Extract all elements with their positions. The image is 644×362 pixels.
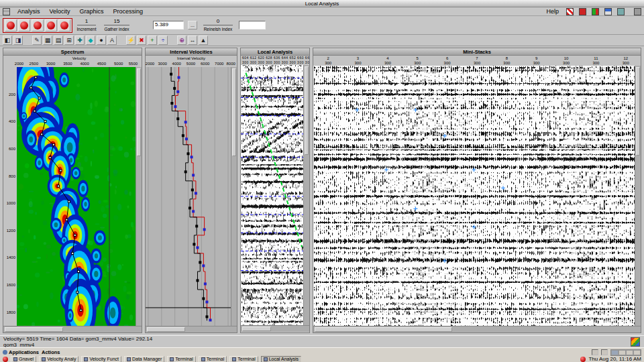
menu-velocity[interactable]: Velocity bbox=[48, 8, 72, 15]
teal-app-icon[interactable] bbox=[617, 8, 625, 15]
applications-menu[interactable]: Applications bbox=[3, 349, 39, 355]
red-action-button-3[interactable] bbox=[32, 19, 44, 32]
window-tool-icon[interactable]: ⊞ bbox=[64, 36, 74, 45]
x-tick: 3000 bbox=[46, 62, 55, 66]
palette-tool-icon[interactable]: ◆ bbox=[86, 36, 95, 45]
scrollbar-thumb[interactable] bbox=[232, 68, 236, 156]
task-button-velocity-funct[interactable]: Velocity Funct bbox=[81, 356, 121, 362]
gather-index-slider[interactable] bbox=[104, 24, 129, 25]
x-tick: 3000 bbox=[158, 62, 167, 66]
reinelsh-index-slider[interactable] bbox=[203, 24, 233, 25]
red-action-button-4[interactable] bbox=[45, 19, 57, 32]
aux-input[interactable] bbox=[239, 21, 266, 29]
task-button-data-manager[interactable]: Data Manager bbox=[124, 356, 164, 362]
panel-red-icon[interactable] bbox=[3, 357, 8, 362]
cross-tool-icon[interactable]: ✚ bbox=[75, 36, 85, 45]
x-tick: 5000 bbox=[186, 62, 195, 66]
workspace-1[interactable] bbox=[611, 350, 619, 355]
shade-tool-icon[interactable]: ◨ bbox=[13, 36, 23, 45]
target-tool-icon[interactable]: ⊕ bbox=[177, 36, 186, 45]
task-button-velocity-analy[interactable]: Velocity Analy bbox=[39, 356, 78, 362]
x-tick: 2000 bbox=[15, 62, 23, 66]
ministacks-plot[interactable] bbox=[313, 66, 635, 326]
task-button-terminal-3[interactable]: Terminal bbox=[229, 356, 258, 362]
scrollbar-thumb[interactable] bbox=[315, 327, 452, 332]
local-body bbox=[241, 65, 309, 325]
workspace-4[interactable] bbox=[633, 350, 641, 355]
interval-velocity-plot[interactable] bbox=[146, 67, 231, 326]
layers-tool-icon[interactable]: ▤ bbox=[54, 36, 63, 45]
increment-slider[interactable] bbox=[77, 24, 96, 25]
local-horizontal-scrollbar[interactable] bbox=[241, 325, 309, 332]
local-trace-header-row2: 300 300 300 300 300 300 300 300 300 300 … bbox=[241, 60, 309, 65]
spectrum-vertical-scrollbar[interactable] bbox=[136, 67, 142, 326]
task-button-gnavel[interactable]: Gnavel bbox=[11, 356, 36, 362]
reinelsh-index-label: Reinelsh index bbox=[201, 27, 235, 32]
interval-horizontal-scrollbar[interactable] bbox=[146, 326, 237, 333]
spectrum-plot[interactable] bbox=[17, 67, 136, 326]
add-tool-icon[interactable]: + bbox=[148, 36, 157, 45]
contrast-tool-icon[interactable]: ◧ bbox=[3, 36, 12, 45]
x-tick: 2500 bbox=[30, 62, 38, 66]
scrollbar-thumb[interactable] bbox=[305, 66, 309, 155]
red-app-icon[interactable] bbox=[579, 8, 586, 15]
local-vertical-scrollbar[interactable] bbox=[303, 65, 309, 325]
blue-white-icon[interactable] bbox=[604, 8, 612, 15]
pick-tool-icon[interactable]: ▲ bbox=[199, 36, 208, 45]
tray-icon-1[interactable] bbox=[592, 349, 598, 355]
scrollbar-thumb[interactable] bbox=[147, 327, 185, 332]
scrollbar-thumb[interactable] bbox=[137, 68, 141, 156]
clock[interactable]: Thu Aug 20, 11:16 AM bbox=[588, 356, 641, 362]
window-menu-icon[interactable] bbox=[3, 8, 10, 15]
tray-icon-2[interactable] bbox=[601, 349, 608, 355]
y-tick: 1400 bbox=[7, 255, 15, 259]
increment-field[interactable]: 1 Increment bbox=[75, 18, 98, 32]
value-input[interactable]: 5.389 bbox=[153, 21, 184, 29]
menu-analysis[interactable]: Analysis bbox=[15, 8, 42, 15]
red-action-button-1[interactable] bbox=[5, 19, 17, 32]
y-tick: 1000 bbox=[7, 201, 15, 205]
stack-column-header: 8300 bbox=[492, 56, 521, 66]
gather-index-field[interactable]: 15 Gather index bbox=[102, 18, 131, 32]
workspace-pager[interactable] bbox=[610, 349, 641, 356]
local-seismic-plot[interactable] bbox=[241, 65, 303, 325]
local-panel-title: Local Analysis bbox=[241, 48, 309, 56]
x-tick: 4000 bbox=[80, 62, 89, 66]
red-action-button-2[interactable] bbox=[18, 19, 30, 32]
green-red-icon[interactable] bbox=[592, 8, 599, 15]
interval-vertical-scrollbar[interactable] bbox=[231, 67, 237, 326]
text-tool-icon[interactable]: A bbox=[107, 36, 117, 45]
ministacks-horizontal-scrollbar[interactable] bbox=[313, 326, 641, 333]
menu-help[interactable]: Help bbox=[544, 8, 561, 15]
workspace-3[interactable] bbox=[626, 350, 633, 355]
y-tick: 1800 bbox=[7, 310, 15, 314]
browse-button[interactable]: ... bbox=[188, 21, 197, 29]
dot-tool-icon[interactable]: ● bbox=[97, 36, 106, 45]
red-action-button-5[interactable] bbox=[58, 19, 70, 32]
scrollbar-thumb[interactable] bbox=[242, 326, 271, 331]
window-titlebar[interactable]: Local Analysis bbox=[0, 0, 644, 7]
spectrum-time-axis: 200 400 600 800 1000 1200 1400 1600 1800 bbox=[3, 67, 17, 326]
pan-tool-icon[interactable]: ↔ bbox=[188, 36, 197, 45]
menu-graphics[interactable]: Graphics bbox=[78, 8, 106, 15]
x-tick: 6000 bbox=[201, 62, 209, 66]
actions-menu[interactable]: Actions bbox=[42, 349, 60, 355]
task-button-terminal-1[interactable]: Terminal bbox=[167, 356, 195, 362]
edit-tool-icon[interactable]: ✎ bbox=[32, 36, 42, 45]
grid-tool-icon[interactable]: ▦ bbox=[43, 36, 52, 45]
statusbar: Velocity= 5519 Time= 1604 Data= gom3_mmv… bbox=[0, 335, 644, 347]
task-button-terminal-2[interactable]: Terminal bbox=[199, 356, 227, 362]
scrollbar-thumb[interactable] bbox=[636, 67, 640, 156]
gray-app-icon[interactable] bbox=[634, 8, 641, 15]
menu-processing[interactable]: Processing bbox=[111, 8, 146, 15]
spectrum-horizontal-scrollbar[interactable] bbox=[3, 326, 142, 333]
red-grid-icon[interactable] bbox=[566, 8, 574, 15]
workspace-2[interactable] bbox=[619, 350, 626, 355]
ministacks-vertical-scrollbar[interactable] bbox=[635, 66, 641, 326]
divide-tool-icon[interactable]: ÷ bbox=[158, 36, 168, 45]
task-button-local-analysis[interactable]: Local Analysis bbox=[261, 356, 301, 362]
scrollbar-thumb[interactable] bbox=[5, 327, 63, 332]
flash-tool-icon[interactable]: ⚡ bbox=[126, 36, 136, 45]
reinelsh-index-field[interactable]: 0 Reinelsh index bbox=[201, 18, 235, 32]
delete-tool-icon[interactable]: ✖ bbox=[137, 36, 146, 45]
